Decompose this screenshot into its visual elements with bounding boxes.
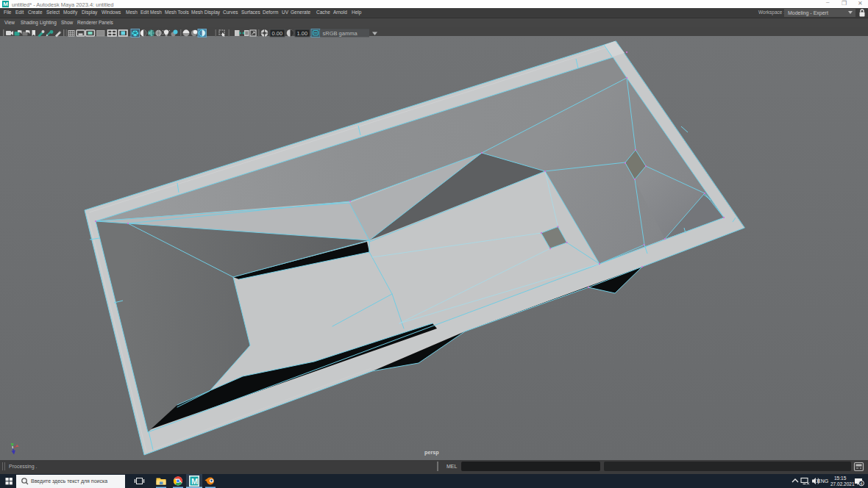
svg-text:4: 4 bbox=[860, 481, 862, 486]
svg-text:1.00: 1.00 bbox=[297, 30, 308, 37]
svg-text:sRGB gamma: sRGB gamma bbox=[323, 30, 358, 37]
svg-text:27.02.2021: 27.02.2021 bbox=[830, 481, 855, 487]
svg-text:ENG: ENG bbox=[817, 478, 828, 484]
svg-text:Введите здесь текст для поиска: Введите здесь текст для поиска bbox=[31, 478, 107, 484]
svg-text:15:15: 15:15 bbox=[834, 476, 847, 481]
svg-text:M: M bbox=[191, 477, 198, 486]
svg-text:0.00: 0.00 bbox=[272, 30, 283, 37]
svg-text:persp: persp bbox=[424, 449, 439, 456]
